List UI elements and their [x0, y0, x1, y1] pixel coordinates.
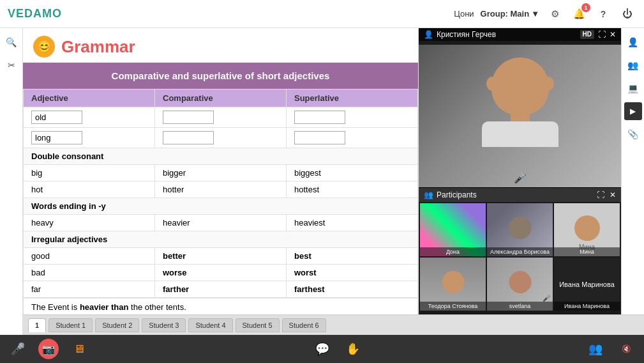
comp-cell: better — [155, 248, 287, 265]
adj-cell: good — [24, 248, 155, 265]
play-sidebar-button[interactable]: ▶ — [624, 102, 642, 120]
left-sidebar: 🔍 ✂ — [0, 28, 23, 335]
participant-6-name: Ивана Маринова — [554, 302, 620, 311]
right-panels: 👤 Кристиян Герчев HD ⛶ ✕ — [419, 28, 621, 314]
col-adjective: Adjective — [24, 89, 155, 107]
top-right-controls: Цони Group: Main ▼ ⚙ 🔔 1 ? ⏻ — [454, 5, 636, 23]
power-button[interactable]: ⏻ — [618, 5, 636, 23]
participants-sidebar-icon[interactable]: 👤 — [624, 33, 642, 51]
settings-button[interactable]: ⚙ — [546, 5, 564, 23]
right-sidebar: 👤 👥 💻 ▶ 📎 — [621, 28, 644, 314]
adjective-input-cell[interactable] — [24, 128, 155, 148]
expand-participants-button[interactable]: ⛶ — [597, 190, 604, 199]
help-button[interactable]: ? — [594, 5, 612, 23]
face-head — [491, 58, 549, 115]
sentence-row-1: The Event is heavier than the other tent… — [24, 298, 418, 315]
tab-student-3[interactable]: Student 3 — [142, 318, 186, 332]
participants-title: Participants — [437, 190, 477, 199]
participants-header: 👥 Participants ⛶ ✕ — [419, 188, 621, 202]
table-row — [24, 128, 418, 148]
tab-student-4[interactable]: Student 4 — [188, 318, 232, 332]
super-cell: best — [287, 248, 418, 265]
participant-5-name: svetlana — [487, 302, 553, 311]
close-video-button[interactable]: ✕ — [610, 30, 616, 39]
video-panel: 👤 Кристиян Герчев HD ⛶ ✕ — [419, 28, 621, 188]
slide-header: 😊 Grammar — [23, 28, 418, 63]
superlative-input-cell[interactable] — [287, 107, 418, 128]
participants-button[interactable]: 👥 — [585, 339, 606, 359]
group-select[interactable]: Group: Main ▼ — [481, 9, 539, 19]
tab-student-1[interactable]: Student 1 — [49, 318, 93, 332]
col-comparative: Comparative — [155, 89, 287, 107]
webcam-video: 🎤 — [419, 45, 621, 187]
mic-indicator: 🎤 — [514, 172, 527, 184]
superlative-input[interactable] — [294, 131, 345, 144]
comparative-input[interactable] — [163, 131, 214, 144]
close-participants-button[interactable]: ✕ — [610, 190, 616, 199]
participant-4-face — [442, 271, 464, 293]
participants-ctrl-btns: ⛶ ✕ — [597, 190, 616, 199]
grammar-title: Grammar — [61, 37, 135, 57]
mic-button[interactable]: 🎤 — [8, 339, 28, 359]
comparative-input-cell[interactable] — [155, 107, 287, 128]
comparative-input[interactable] — [163, 111, 214, 124]
super-cell: hottest — [287, 182, 418, 198]
adj-cell: hot — [24, 182, 155, 198]
super-cell: worst — [287, 265, 418, 281]
adjective-input[interactable] — [31, 131, 82, 144]
video-username: Кристиян Герчев — [437, 30, 496, 39]
adj-cell: far — [24, 281, 155, 298]
table-header: Comparative and superlative of short adj… — [23, 63, 418, 89]
comp-cell: bigger — [155, 165, 287, 182]
adj-cell: big — [24, 165, 155, 182]
table-row: far farther farthest — [24, 281, 418, 298]
tab-student-6[interactable]: Student 6 — [282, 318, 326, 332]
zoom-in-icon[interactable]: 🔍 — [3, 33, 20, 51]
notification-badge: 1 — [581, 3, 590, 12]
video-left-info: 👤 Кристиян Герчев — [424, 30, 496, 39]
superlative-input[interactable] — [294, 111, 345, 124]
comparative-input-cell[interactable] — [155, 128, 287, 148]
tab-1[interactable]: 1 — [28, 318, 46, 332]
scissors-icon[interactable]: ✂ — [3, 56, 20, 74]
groups-sidebar-icon[interactable]: 👥 — [624, 56, 642, 74]
table-row: Double consonant — [24, 148, 418, 165]
hd-badge: HD — [580, 30, 594, 39]
attachment-sidebar-icon[interactable]: 📎 — [624, 125, 642, 143]
video-label-bar: 👤 Кристиян Герчев HD ⛶ ✕ — [419, 28, 621, 41]
participant-2-name: Александра Борисова — [487, 247, 553, 256]
participant-cell-5: svetlana 🎤 — [487, 258, 553, 311]
hand-button[interactable]: ✋ — [343, 339, 363, 359]
participant-6-label: Ивана Маринова — [559, 281, 615, 288]
adjective-input-cell[interactable] — [24, 107, 155, 128]
toolbar-right: 👥 🔇 — [585, 339, 636, 359]
participants-panel: 👥 Participants ⛶ ✕ Дона — [419, 188, 621, 314]
adj-cell: heavy — [24, 215, 155, 231]
expand-video-button[interactable]: ⛶ — [598, 30, 606, 39]
superlative-input-cell[interactable] — [287, 128, 418, 148]
grammar-table: Adjective Comparative Superlative — [23, 89, 418, 298]
participants-title-area: 👥 Participants — [424, 190, 477, 199]
main-content: 🔍 ✂ 😊 Grammar Comparative and superlativ… — [0, 28, 644, 335]
camera-button[interactable]: 📷 — [38, 339, 59, 359]
participant-5-mic: 🎤 — [543, 295, 550, 302]
adj-cell: bad — [24, 265, 155, 281]
tab-student-2[interactable]: Student 2 — [95, 318, 139, 332]
face-body — [482, 121, 558, 147]
participant-cell-1: Дона — [420, 203, 486, 256]
comp-cell: farther — [155, 281, 287, 298]
screen-share-button[interactable]: 🖥 — [69, 339, 89, 359]
sentence-table: The Event is heavier than the other tent… — [23, 298, 418, 314]
grammar-slide: 😊 Grammar Comparative and superlative of… — [23, 28, 419, 314]
mic-mute-right[interactable]: 🔇 — [616, 339, 636, 359]
tab-student-5[interactable]: Student 5 — [236, 318, 280, 332]
participant-cell-4: Теодора Стоянова — [420, 258, 486, 311]
table-row: good better best — [24, 248, 418, 265]
chat-button[interactable]: 💬 — [312, 339, 333, 359]
adjective-input[interactable] — [31, 111, 82, 124]
comp-cell: heavier — [155, 215, 287, 231]
super-cell: farthest — [287, 281, 418, 298]
screen-sidebar-icon[interactable]: 💻 — [624, 79, 642, 97]
notification-wrap: 🔔 1 — [570, 5, 588, 23]
comp-cell: hotter — [155, 182, 287, 198]
